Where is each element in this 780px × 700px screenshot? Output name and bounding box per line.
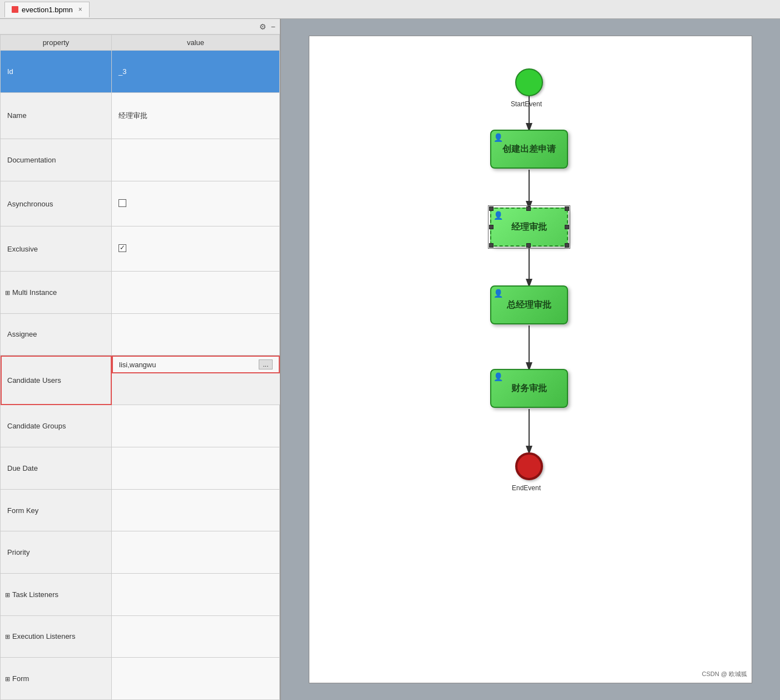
- table-row[interactable]: Candidate Groups: [1, 405, 280, 447]
- property-cell: Due Date: [1, 447, 112, 490]
- main-area: ⚙ − property value Id_3Name经理审批Documenta…: [0, 19, 780, 700]
- end-event-label: EndEvent: [493, 484, 560, 492]
- value-cell: [112, 181, 280, 226]
- expand-icon[interactable]: ⊞: [5, 289, 10, 296]
- property-cell: Candidate Groups: [1, 405, 112, 447]
- value-cell: [112, 226, 280, 272]
- handle-bl: [489, 243, 493, 248]
- table-row[interactable]: Id_3: [1, 51, 280, 93]
- table-row[interactable]: Priority: [1, 531, 280, 574]
- panel-toolbar: ⚙ −: [0, 19, 280, 34]
- task-finance-approve[interactable]: 👤 财务审批: [490, 369, 568, 408]
- handle-bm: [526, 243, 531, 248]
- property-cell: ⊞Multi Instance: [1, 272, 112, 314]
- expand-icon[interactable]: ⊞: [5, 591, 10, 598]
- table-row[interactable]: Form Key: [1, 489, 280, 531]
- candidate-users-value: lisi,wangwu: [119, 361, 156, 369]
- table-row[interactable]: ⊞Execution Listeners: [1, 615, 280, 658]
- user-icon-task4: 👤: [493, 372, 503, 381]
- value-cell: _3: [112, 51, 280, 93]
- table-row[interactable]: Candidate Userslisi,wangwu...: [1, 356, 280, 405]
- property-cell: Documentation: [1, 139, 112, 181]
- table-row[interactable]: Name经理审批: [1, 92, 280, 139]
- minimize-icon[interactable]: −: [271, 22, 275, 31]
- value-cell[interactable]: lisi,wangwu...: [112, 356, 280, 373]
- table-row[interactable]: ⊞Multi Instance: [1, 272, 280, 314]
- tab-evection1[interactable]: evection1.bpmn ×: [4, 2, 90, 17]
- property-cell: Assignee: [1, 313, 112, 356]
- tab-label: evection1.bpmn: [22, 6, 73, 14]
- right-panel: StartEvent 👤 创建出差申请 👤 经理审批: [281, 19, 780, 700]
- candidate-users-edit-button[interactable]: ...: [259, 359, 272, 369]
- properties-table: property value Id_3Name经理审批Documentation…: [0, 34, 280, 700]
- handle-tr: [565, 206, 569, 211]
- value-cell: [112, 272, 280, 314]
- task3-label: 总经理审批: [507, 299, 551, 311]
- property-cell: ⊞Execution Listeners: [1, 615, 112, 658]
- left-panel: ⚙ − property value Id_3Name经理审批Documenta…: [0, 19, 281, 700]
- handle-br: [565, 243, 569, 248]
- table-header-row: property value: [1, 35, 280, 51]
- property-cell: Priority: [1, 531, 112, 574]
- task-general-manager-approve[interactable]: 👤 总经理审批: [490, 285, 568, 324]
- property-cell: Id: [1, 51, 112, 93]
- start-event[interactable]: [515, 68, 543, 96]
- value-cell: [112, 531, 280, 574]
- value-cell: [112, 615, 280, 658]
- checkbox-empty[interactable]: [119, 199, 126, 207]
- value-cell: [112, 313, 280, 356]
- property-cell: Asynchronous: [1, 181, 112, 226]
- value-cell: [112, 139, 280, 181]
- bpmn-diagram: StartEvent 👤 创建出差申请 👤 经理审批: [309, 36, 752, 683]
- top-bar: evection1.bpmn ×: [0, 0, 780, 19]
- task4-label: 财务审批: [511, 383, 547, 395]
- handle-tl: [489, 206, 493, 211]
- watermark: CSDN @ 欧城狐: [702, 670, 747, 678]
- property-cell: Name: [1, 92, 112, 139]
- handle-ml: [489, 225, 493, 229]
- task-manager-approve[interactable]: 👤 经理审批: [490, 208, 568, 247]
- bpmn-tab-icon: [12, 6, 18, 13]
- value-cell: 经理审批: [112, 92, 280, 139]
- value-cell: [112, 573, 280, 615]
- task-create-application[interactable]: 👤 创建出差申请: [490, 130, 568, 169]
- user-icon-task1: 👤: [493, 133, 503, 142]
- tab-close-button[interactable]: ×: [78, 6, 82, 13]
- property-cell: Form Key: [1, 489, 112, 531]
- table-row[interactable]: Asynchronous: [1, 181, 280, 226]
- table-row[interactable]: Due Date: [1, 447, 280, 490]
- table-row[interactable]: Exclusive: [1, 226, 280, 272]
- property-cell: Exclusive: [1, 226, 112, 272]
- table-row[interactable]: ⊞Form: [1, 658, 280, 700]
- property-cell: ⊞Form: [1, 658, 112, 700]
- value-cell: [112, 658, 280, 700]
- task2-label: 经理审批: [511, 221, 547, 233]
- table-row[interactable]: Documentation: [1, 139, 280, 181]
- value-cell: [112, 447, 280, 490]
- gear-icon[interactable]: ⚙: [259, 22, 266, 31]
- value-cell: [112, 405, 280, 447]
- bpmn-canvas[interactable]: StartEvent 👤 创建出差申请 👤 经理审批: [309, 36, 752, 683]
- task1-label: 创建出差申请: [502, 144, 556, 155]
- user-icon-task2: 👤: [493, 211, 503, 220]
- start-event-label: StartEvent: [493, 100, 560, 108]
- checkbox-checked[interactable]: [119, 244, 126, 252]
- expand-icon[interactable]: ⊞: [5, 633, 10, 640]
- property-cell: Candidate Users: [1, 356, 112, 405]
- value-column-header: value: [112, 35, 280, 51]
- user-icon-task3: 👤: [493, 289, 503, 298]
- handle-tm: [526, 206, 531, 211]
- table-row[interactable]: ⊞Task Listeners: [1, 573, 280, 615]
- property-column-header: property: [1, 35, 112, 51]
- expand-icon[interactable]: ⊞: [5, 676, 10, 682]
- end-event[interactable]: [515, 452, 543, 480]
- table-row[interactable]: Assignee: [1, 313, 280, 356]
- property-cell: ⊞Task Listeners: [1, 573, 112, 615]
- handle-mr: [565, 225, 569, 229]
- value-cell: [112, 489, 280, 531]
